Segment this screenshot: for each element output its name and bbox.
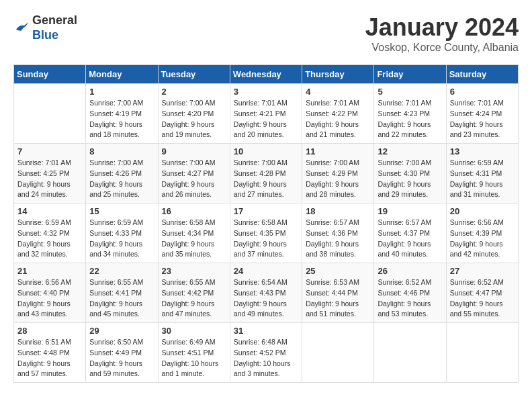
calendar-header: Sunday Monday Tuesday Wednesday Thursday… bbox=[14, 65, 519, 84]
day-sunrise: Sunrise: 6:58 AMSunset: 4:34 PMDaylight:… bbox=[162, 218, 216, 258]
page-header: General Blue January 2024 Voskop, Korce … bbox=[13, 13, 519, 54]
day-sunrise: Sunrise: 6:48 AMSunset: 4:52 PMDaylight:… bbox=[234, 338, 291, 377]
day-number: 9 bbox=[162, 146, 226, 156]
day-number: 7 bbox=[17, 146, 82, 156]
day-number: 11 bbox=[306, 146, 370, 156]
day-sunrise: Sunrise: 7:01 AMSunset: 4:21 PMDaylight:… bbox=[234, 99, 287, 138]
day-number: 15 bbox=[89, 206, 154, 216]
calendar-cell: 17 Sunrise: 6:58 AMSunset: 4:35 PMDaylig… bbox=[230, 203, 302, 263]
day-sunrise: Sunrise: 6:52 AMSunset: 4:47 PMDaylight:… bbox=[450, 278, 504, 318]
day-number: 8 bbox=[89, 146, 154, 156]
calendar-week-row: 14 Sunrise: 6:59 AMSunset: 4:32 PMDaylig… bbox=[14, 203, 519, 263]
calendar-body: 1 Sunrise: 7:00 AMSunset: 4:19 PMDayligh… bbox=[14, 84, 519, 383]
calendar-cell: 10 Sunrise: 7:00 AMSunset: 4:28 PMDaylig… bbox=[230, 144, 302, 203]
calendar-cell: 18 Sunrise: 6:57 AMSunset: 4:36 PMDaylig… bbox=[302, 203, 374, 263]
day-number: 20 bbox=[450, 206, 515, 216]
calendar-cell: 5 Sunrise: 7:01 AMSunset: 4:23 PMDayligh… bbox=[374, 84, 446, 144]
logo: General Blue bbox=[13, 13, 77, 42]
day-sunrise: Sunrise: 7:01 AMSunset: 4:24 PMDaylight:… bbox=[450, 99, 504, 138]
day-sunrise: Sunrise: 6:57 AMSunset: 4:37 PMDaylight:… bbox=[378, 218, 431, 258]
calendar-cell: 14 Sunrise: 6:59 AMSunset: 4:32 PMDaylig… bbox=[14, 203, 86, 263]
day-number: 10 bbox=[234, 146, 298, 156]
day-sunrise: Sunrise: 7:01 AMSunset: 4:23 PMDaylight:… bbox=[378, 99, 431, 138]
calendar-week-row: 21 Sunrise: 6:56 AMSunset: 4:40 PMDaylig… bbox=[14, 263, 519, 323]
calendar-cell: 6 Sunrise: 7:01 AMSunset: 4:24 PMDayligh… bbox=[446, 84, 518, 144]
day-sunrise: Sunrise: 6:52 AMSunset: 4:46 PMDaylight:… bbox=[378, 278, 431, 318]
col-saturday: Saturday bbox=[446, 65, 518, 84]
calendar-week-row: 28 Sunrise: 6:51 AMSunset: 4:48 PMDaylig… bbox=[14, 323, 519, 383]
day-sunrise: Sunrise: 7:00 AMSunset: 4:29 PMDaylight:… bbox=[306, 158, 359, 198]
logo-text: General Blue bbox=[32, 13, 77, 42]
day-number: 30 bbox=[162, 326, 226, 336]
calendar-cell: 15 Sunrise: 6:59 AMSunset: 4:33 PMDaylig… bbox=[86, 203, 158, 263]
calendar-cell: 3 Sunrise: 7:01 AMSunset: 4:21 PMDayligh… bbox=[230, 84, 302, 144]
day-sunrise: Sunrise: 7:00 AMSunset: 4:20 PMDaylight:… bbox=[162, 99, 216, 138]
calendar-cell bbox=[446, 323, 518, 383]
day-number: 13 bbox=[450, 146, 515, 156]
calendar-cell: 19 Sunrise: 6:57 AMSunset: 4:37 PMDaylig… bbox=[374, 203, 446, 263]
calendar-cell: 16 Sunrise: 6:58 AMSunset: 4:34 PMDaylig… bbox=[158, 203, 230, 263]
day-number: 6 bbox=[450, 87, 515, 97]
col-wednesday: Wednesday bbox=[230, 65, 302, 84]
day-number: 29 bbox=[89, 326, 154, 336]
day-sunrise: Sunrise: 6:59 AMSunset: 4:31 PMDaylight:… bbox=[450, 158, 504, 198]
location-subtitle: Voskop, Korce County, Albania bbox=[365, 42, 519, 54]
calendar-cell: 27 Sunrise: 6:52 AMSunset: 4:47 PMDaylig… bbox=[446, 263, 518, 323]
day-number: 22 bbox=[89, 266, 154, 276]
day-sunrise: Sunrise: 6:50 AMSunset: 4:49 PMDaylight:… bbox=[89, 338, 143, 377]
calendar-cell: 13 Sunrise: 6:59 AMSunset: 4:31 PMDaylig… bbox=[446, 144, 518, 203]
day-number: 31 bbox=[234, 326, 298, 336]
calendar-cell: 12 Sunrise: 7:00 AMSunset: 4:30 PMDaylig… bbox=[374, 144, 446, 203]
day-sunrise: Sunrise: 7:01 AMSunset: 4:25 PMDaylight:… bbox=[17, 158, 71, 198]
calendar-cell bbox=[374, 323, 446, 383]
col-thursday: Thursday bbox=[302, 65, 374, 84]
day-sunrise: Sunrise: 6:59 AMSunset: 4:32 PMDaylight:… bbox=[17, 218, 71, 258]
calendar-table: Sunday Monday Tuesday Wednesday Thursday… bbox=[13, 64, 519, 383]
day-number: 21 bbox=[17, 266, 82, 276]
day-number: 12 bbox=[378, 146, 442, 156]
col-tuesday: Tuesday bbox=[158, 65, 230, 84]
day-sunrise: Sunrise: 6:58 AMSunset: 4:35 PMDaylight:… bbox=[234, 218, 287, 258]
day-number: 23 bbox=[162, 266, 226, 276]
calendar-cell: 21 Sunrise: 6:56 AMSunset: 4:40 PMDaylig… bbox=[14, 263, 86, 323]
calendar-cell: 9 Sunrise: 7:00 AMSunset: 4:27 PMDayligh… bbox=[158, 144, 230, 203]
calendar-cell: 24 Sunrise: 6:54 AMSunset: 4:43 PMDaylig… bbox=[230, 263, 302, 323]
calendar-cell: 1 Sunrise: 7:00 AMSunset: 4:19 PMDayligh… bbox=[86, 84, 158, 144]
calendar-cell: 30 Sunrise: 6:49 AMSunset: 4:51 PMDaylig… bbox=[158, 323, 230, 383]
calendar-cell: 31 Sunrise: 6:48 AMSunset: 4:52 PMDaylig… bbox=[230, 323, 302, 383]
day-sunrise: Sunrise: 7:00 AMSunset: 4:26 PMDaylight:… bbox=[89, 158, 143, 198]
day-number: 25 bbox=[306, 266, 370, 276]
day-number: 3 bbox=[234, 87, 298, 97]
day-number: 1 bbox=[89, 87, 154, 97]
day-sunrise: Sunrise: 6:55 AMSunset: 4:41 PMDaylight:… bbox=[89, 278, 143, 318]
day-number: 5 bbox=[378, 87, 442, 97]
day-number: 14 bbox=[17, 206, 82, 216]
day-sunrise: Sunrise: 7:00 AMSunset: 4:27 PMDaylight:… bbox=[162, 158, 216, 198]
day-number: 24 bbox=[234, 266, 298, 276]
day-sunrise: Sunrise: 6:57 AMSunset: 4:36 PMDaylight:… bbox=[306, 218, 359, 258]
day-number: 19 bbox=[378, 206, 442, 216]
day-sunrise: Sunrise: 7:01 AMSunset: 4:22 PMDaylight:… bbox=[306, 99, 359, 138]
calendar-week-row: 1 Sunrise: 7:00 AMSunset: 4:19 PMDayligh… bbox=[14, 84, 519, 144]
day-number: 26 bbox=[378, 266, 442, 276]
day-sunrise: Sunrise: 6:53 AMSunset: 4:44 PMDaylight:… bbox=[306, 278, 359, 318]
days-of-week-row: Sunday Monday Tuesday Wednesday Thursday… bbox=[14, 65, 519, 84]
day-sunrise: Sunrise: 6:59 AMSunset: 4:33 PMDaylight:… bbox=[89, 218, 143, 258]
day-number: 18 bbox=[306, 206, 370, 216]
day-number: 4 bbox=[306, 87, 370, 97]
day-number: 2 bbox=[162, 87, 226, 97]
calendar-cell: 7 Sunrise: 7:01 AMSunset: 4:25 PMDayligh… bbox=[14, 144, 86, 203]
day-sunrise: Sunrise: 6:56 AMSunset: 4:40 PMDaylight:… bbox=[17, 278, 71, 318]
day-sunrise: Sunrise: 6:51 AMSunset: 4:48 PMDaylight:… bbox=[17, 338, 71, 377]
month-title: January 2024 bbox=[365, 13, 519, 42]
calendar-cell: 23 Sunrise: 6:55 AMSunset: 4:42 PMDaylig… bbox=[158, 263, 230, 323]
calendar-cell: 2 Sunrise: 7:00 AMSunset: 4:20 PMDayligh… bbox=[158, 84, 230, 144]
calendar-cell bbox=[302, 323, 374, 383]
day-sunrise: Sunrise: 6:49 AMSunset: 4:51 PMDaylight:… bbox=[162, 338, 219, 377]
day-sunrise: Sunrise: 6:56 AMSunset: 4:39 PMDaylight:… bbox=[450, 218, 504, 258]
calendar-cell: 25 Sunrise: 6:53 AMSunset: 4:44 PMDaylig… bbox=[302, 263, 374, 323]
calendar-week-row: 7 Sunrise: 7:01 AMSunset: 4:25 PMDayligh… bbox=[14, 144, 519, 203]
day-sunrise: Sunrise: 6:54 AMSunset: 4:43 PMDaylight:… bbox=[234, 278, 287, 318]
calendar-cell: 11 Sunrise: 7:00 AMSunset: 4:29 PMDaylig… bbox=[302, 144, 374, 203]
col-monday: Monday bbox=[86, 65, 158, 84]
